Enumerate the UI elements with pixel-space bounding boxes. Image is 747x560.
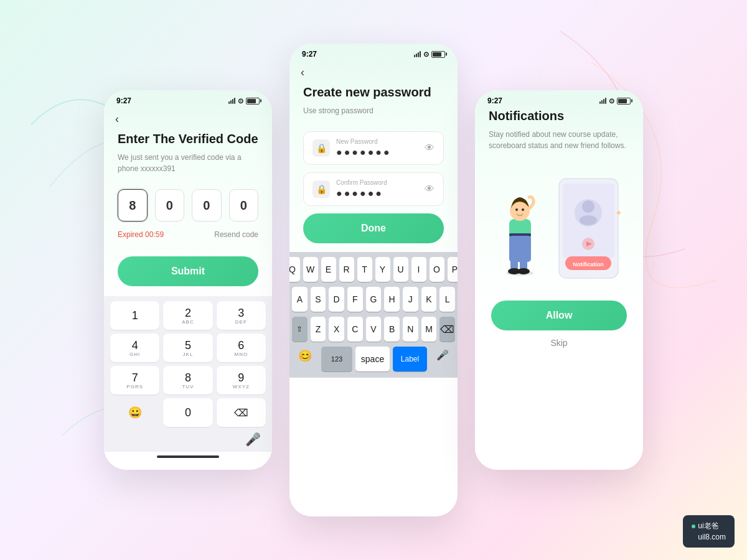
phone-create-password: 9:27 ⊙ ‹ Create new password Use strong … <box>289 44 458 516</box>
skip-link[interactable]: Skip <box>491 338 627 360</box>
back-button-2[interactable]: ‹ <box>289 61 458 84</box>
eye-icon-confirm[interactable]: 👁 <box>425 184 435 195</box>
numpad-key-2[interactable]: 2 ABC <box>163 301 212 330</box>
notifications-subtitle: Stay notified about new course update, s… <box>489 129 629 151</box>
notification-illustration: Notification ✦ <box>489 166 629 291</box>
numpad: 1 2 ABC 3 DEF 4 GHI <box>104 296 272 452</box>
svg-point-3 <box>582 200 594 213</box>
action-area: Allow Skip <box>489 301 629 360</box>
otp-box-4[interactable]: 0 <box>229 189 259 222</box>
svg-text:✦: ✦ <box>615 208 622 218</box>
otp-box-1[interactable]: 8 <box>118 189 148 222</box>
kb-i[interactable]: I <box>411 257 426 282</box>
password-subtitle: Use strong password <box>303 105 444 116</box>
new-password-label: New Password <box>336 138 418 145</box>
kb-y[interactable]: Y <box>375 257 390 282</box>
kb-x[interactable]: X <box>329 317 344 342</box>
status-bar-2: 9:27 ⊙ <box>289 44 458 61</box>
phone-verify-code: 9:27 ⊙ ‹ Enter The Verified Code We just… <box>104 90 272 470</box>
resend-link[interactable]: Resend code <box>214 230 258 239</box>
signal-icon-2 <box>414 51 421 57</box>
kb-j[interactable]: J <box>403 287 418 312</box>
kb-e[interactable]: E <box>321 257 336 282</box>
confirm-password-dots: ●●●●●● <box>336 188 418 199</box>
confirm-password-field[interactable]: 🔒 Confirm Password ●●●●●● 👁 <box>303 172 444 206</box>
new-password-field[interactable]: 🔒 New Password ●●●●●●● 👁 <box>303 131 444 165</box>
battery-icon-3 <box>617 98 631 105</box>
kb-z[interactable]: Z <box>311 317 326 342</box>
numpad-key-3[interactable]: 3 DEF <box>217 301 266 330</box>
numpad-key-4[interactable]: 4 GHI <box>110 334 159 362</box>
eye-icon-new[interactable]: 👁 <box>425 142 435 154</box>
kb-space-key[interactable]: space <box>355 347 390 371</box>
screen-content-3: Notifications Stay notified about new co… <box>475 108 643 360</box>
kb-row-1: Q W E R T Y U I O P <box>292 257 455 282</box>
kb-emoji-icon[interactable]: 😊 <box>292 347 318 371</box>
kb-v[interactable]: V <box>366 317 382 342</box>
watermark: ui老爸 uil8.com <box>683 515 735 548</box>
numpad-row-4: 😀 0 ⌫ <box>110 398 266 427</box>
done-button[interactable]: Done <box>303 213 444 243</box>
kb-mic-icon[interactable]: 🎤 <box>430 347 455 371</box>
kb-l[interactable]: L <box>439 287 455 312</box>
back-button-1[interactable]: ‹ <box>104 108 272 131</box>
kb-label-key[interactable]: Label <box>393 347 427 371</box>
lock-icon-new: 🔒 <box>312 139 330 157</box>
lock-icon-confirm: 🔒 <box>312 180 330 198</box>
kb-k[interactable]: K <box>421 287 437 312</box>
kb-delete[interactable]: ⌫ <box>439 317 455 342</box>
kb-s[interactable]: S <box>311 287 326 312</box>
verify-title: Enter The Verified Code <box>118 131 258 147</box>
otp-meta: Expired 00:59 Resend code <box>118 230 258 239</box>
kb-shift[interactable]: ⇧ <box>292 317 308 342</box>
otp-row: 8 0 0 0 <box>118 189 258 222</box>
kb-n[interactable]: N <box>403 317 418 342</box>
allow-button[interactable]: Allow <box>491 301 627 330</box>
kb-g[interactable]: G <box>366 287 382 312</box>
otp-box-2[interactable]: 0 <box>155 189 185 222</box>
kb-bottom-row: 😊 123 space Label 🎤 <box>292 347 455 371</box>
kb-m[interactable]: M <box>421 317 437 342</box>
kb-c[interactable]: C <box>347 317 363 342</box>
numpad-key-7[interactable]: 7 PGRS <box>110 366 159 394</box>
signal-icon-3 <box>599 98 606 104</box>
kb-f[interactable]: F <box>347 287 363 312</box>
numpad-key-delete[interactable]: ⌫ <box>217 398 266 427</box>
otp-box-3[interactable]: 0 <box>192 189 222 222</box>
kb-p[interactable]: P <box>448 257 458 282</box>
screen-content-2: Create new password Use strong password … <box>289 84 458 252</box>
numpad-key-0[interactable]: 0 <box>163 398 212 427</box>
numpad-key-1[interactable]: 1 <box>110 301 159 330</box>
numpad-key-8[interactable]: 8 TUV <box>163 366 212 394</box>
numpad-key-6[interactable]: 6 MNO <box>217 334 266 362</box>
phone2-inner: 9:27 ⊙ ‹ Create new password Use strong … <box>289 44 458 516</box>
kb-a[interactable]: A <box>292 287 308 312</box>
screen-content-1: Enter The Verified Code We just sent you… <box>104 131 272 296</box>
kb-r[interactable]: R <box>339 257 354 282</box>
phone1-inner: 9:27 ⊙ ‹ Enter The Verified Code We just… <box>104 90 272 470</box>
kb-b[interactable]: B <box>384 317 400 342</box>
confirm-password-content: Confirm Password ●●●●●● <box>336 179 418 199</box>
svg-point-20 <box>506 271 533 276</box>
kb-h[interactable]: H <box>384 287 400 312</box>
kb-u[interactable]: U <box>393 257 408 282</box>
submit-button[interactable]: Submit <box>118 256 258 286</box>
kb-row-3: ⇧ Z X C V B N M ⌫ <box>292 317 455 342</box>
numpad-key-emoji[interactable]: 😀 <box>110 398 159 427</box>
numpad-key-9[interactable]: 9 WXYZ <box>217 366 266 394</box>
svg-point-4 <box>580 215 597 225</box>
kb-o[interactable]: O <box>430 257 444 282</box>
numpad-row-1: 1 2 ABC 3 DEF <box>110 301 266 330</box>
expired-text: Expired 00:59 <box>118 230 164 239</box>
kb-num-key[interactable]: 123 <box>321 347 352 371</box>
status-icons-1: ⊙ <box>228 97 260 105</box>
battery-icon-2 <box>431 51 445 58</box>
phone-notifications: 9:27 ⊙ Notifications Stay notified about… <box>475 90 643 470</box>
numpad-key-5[interactable]: 5 JKL <box>163 334 212 362</box>
new-password-dots: ●●●●●●● <box>336 147 418 158</box>
battery-icon-1 <box>246 98 260 105</box>
kb-q[interactable]: Q <box>289 257 300 282</box>
kb-t[interactable]: T <box>357 257 372 282</box>
kb-d[interactable]: D <box>329 287 344 312</box>
kb-w[interactable]: W <box>303 257 318 282</box>
